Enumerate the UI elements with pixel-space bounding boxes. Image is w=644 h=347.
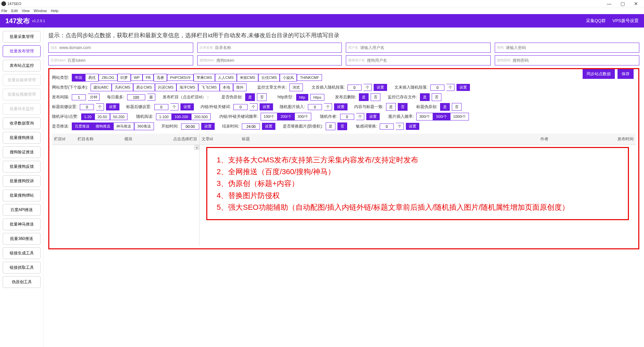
del-after-no[interactable]: 否: [371, 93, 380, 101]
cms-tag-4[interactable]: WP: [131, 74, 143, 81]
cms-next-tag-4[interactable]: 海洋CMS: [176, 84, 198, 91]
rand-author-set[interactable]: 设置: [366, 113, 380, 120]
start-time-input[interactable]: [181, 123, 199, 130]
kw-freq-opt-2[interactable]: 300/个: [294, 113, 311, 120]
kw-link-set[interactable]: 设置: [260, 103, 273, 110]
rand-read-opt-1[interactable]: 100-200: [172, 113, 191, 120]
suffix-para-set[interactable]: 设置: [457, 84, 470, 91]
cms-next-tag-3[interactable]: 闪灵CMS: [155, 84, 176, 91]
push-opt-1[interactable]: 搜狗推送: [93, 122, 113, 130]
pass-field[interactable]: [506, 45, 637, 50]
rand-img-set[interactable]: 设置: [334, 103, 347, 110]
prefix-para-set[interactable]: 设置: [374, 84, 387, 91]
table-articles-body[interactable]: 1、支持各大CMS发布/支持第三方采集内容发布/支持定时发布 2、全网推送（百度…: [200, 145, 636, 246]
cms-tag-6[interactable]: 迅睿: [154, 74, 167, 82]
replace-img-yes[interactable]: 是: [326, 122, 335, 130]
input-user[interactable]: 用户名: [346, 43, 491, 53]
rand-img-input[interactable]: [308, 104, 322, 110]
input-bdtoken[interactable]: 百度token: [48, 55, 193, 65]
rand-read-opt-0[interactable]: 1-100: [156, 113, 171, 120]
interval-input[interactable]: [72, 94, 86, 100]
dir-field[interactable]: [215, 45, 340, 50]
prefix-para-input[interactable]: [347, 85, 362, 91]
img-freq-opt-0[interactable]: 300/个: [416, 113, 433, 120]
cms-next-tag-1[interactable]: 凡科CMS: [112, 84, 133, 91]
sidebar-item-0[interactable]: 批量采集管理: [3, 31, 41, 43]
cms-tag-1[interactable]: 易优: [85, 74, 99, 82]
consist-yes[interactable]: 是: [386, 103, 396, 111]
menu-file[interactable]: File: [1, 9, 7, 13]
cms-next-tag-2[interactable]: 易企CMS: [133, 84, 155, 91]
cms-tag-8[interactable]: 苹果CMS: [194, 74, 215, 82]
end-time-set[interactable]: 设置: [262, 123, 275, 130]
push-opt-3[interactable]: 360推送: [134, 122, 154, 130]
push-opt-2[interactable]: 神马推送: [113, 122, 134, 130]
mon-exist-no[interactable]: 否: [432, 93, 441, 101]
input-domain[interactable]: 域名: [48, 43, 193, 53]
kw-freq-opt-0[interactable]: 100/个: [261, 113, 277, 120]
sidebar-item-9[interactable]: 批量搜狗反馈: [3, 161, 41, 172]
rand-comment-opt-0[interactable]: 1-20: [81, 113, 95, 120]
header-link-qq[interactable]: 采集QQ群: [586, 18, 606, 24]
sguser-field[interactable]: [367, 58, 488, 63]
menu-edit[interactable]: Edit: [11, 9, 18, 13]
cms-next-tag-5[interactable]: 飞飞CMS: [198, 84, 220, 91]
browse-button[interactable]: 浏览: [289, 84, 303, 91]
minimize-button[interactable]: —: [602, 1, 616, 6]
title-fake-yes[interactable]: 是: [440, 103, 450, 111]
input-pass[interactable]: 密码: [495, 43, 640, 53]
sync-button[interactable]: 同步站点数据: [583, 69, 615, 79]
menu-view[interactable]: View: [22, 9, 30, 13]
end-time-input[interactable]: [242, 123, 260, 130]
input-dir[interactable]: 目录名称: [197, 43, 342, 53]
close-button[interactable]: ✕: [629, 1, 643, 6]
menu-window[interactable]: Window: [34, 9, 47, 13]
cms-tag-3[interactable]: 织梦: [117, 74, 131, 82]
sens-word-set[interactable]: 设置: [406, 123, 419, 130]
cms-tag-13[interactable]: THINKCMF: [297, 74, 322, 81]
fake-orig-yes[interactable]: 是: [245, 93, 255, 101]
sidebar-item-16[interactable]: 链接抓取工具: [3, 262, 41, 274]
cms-tag-11[interactable]: 云优CMS: [258, 74, 280, 82]
sidebar-item-15[interactable]: 链接生成工具: [3, 247, 41, 259]
sidebar-item-13[interactable]: 批量神马推送: [3, 218, 41, 230]
sidebar-item-2[interactable]: 发布站点监控: [3, 60, 41, 71]
cms-tag-10[interactable]: 米拓CMS: [237, 74, 258, 82]
sidebar-item-10[interactable]: 批量搜狗投诉: [3, 175, 41, 187]
start-time-set[interactable]: 设置: [201, 123, 215, 130]
scroll-up-icon[interactable]: ▲: [195, 145, 199, 150]
suffix-para-input[interactable]: [430, 85, 444, 91]
img-freq-opt-1[interactable]: 500/个: [433, 113, 450, 120]
push-opt-0[interactable]: 百度推送: [72, 122, 93, 130]
table-columns-body[interactable]: ▲: [52, 145, 199, 246]
sens-word-input[interactable]: [380, 123, 394, 130]
cms-tag-0[interactable]: 帝国: [72, 74, 85, 82]
sidebar-item-7[interactable]: 批量搜狗推送: [3, 132, 41, 144]
domain-field[interactable]: [59, 45, 191, 50]
bdtoken-field[interactable]: [67, 58, 191, 63]
kw-freq-opt-1[interactable]: 200/个: [277, 113, 294, 120]
input-sguser[interactable]: 搜狗用户名: [346, 55, 491, 65]
menu-help[interactable]: Help: [51, 9, 58, 13]
fake-orig-no[interactable]: 否: [257, 93, 267, 101]
input-sgtoken[interactable]: 搜狗token: [197, 55, 342, 65]
rand-comment-opt-1[interactable]: 20-50: [95, 113, 110, 120]
https-option[interactable]: https: [310, 94, 324, 101]
sidebar-item-1[interactable]: 批量发布管理: [3, 45, 41, 57]
sidebar-item-17[interactable]: 伪原创工具: [3, 276, 41, 288]
sidebar-item-11[interactable]: 批量搜狗绑站: [3, 190, 41, 201]
rand-author-input[interactable]: [340, 114, 354, 120]
consist-no[interactable]: 否: [398, 103, 408, 111]
perday-input[interactable]: [127, 94, 145, 100]
rand-read-opt-2[interactable]: 200-500: [191, 113, 211, 120]
cms-next-tag-0[interactable]: 建站ABC: [91, 84, 112, 91]
cms-tag-5[interactable]: PB: [143, 74, 154, 81]
rand-comment-opt-2[interactable]: 50-200: [110, 113, 127, 120]
user-field[interactable]: [360, 45, 488, 50]
img-freq-opt-2[interactable]: 1000/个: [450, 113, 469, 120]
del-after-yes[interactable]: 是: [359, 93, 369, 101]
cms-tag-7[interactable]: PHPCMSV9: [167, 74, 194, 81]
title-suf-input[interactable]: [154, 104, 168, 110]
title-fake-no[interactable]: 否: [452, 103, 462, 111]
sidebar-item-8[interactable]: 搜狗验证推送: [3, 146, 41, 158]
